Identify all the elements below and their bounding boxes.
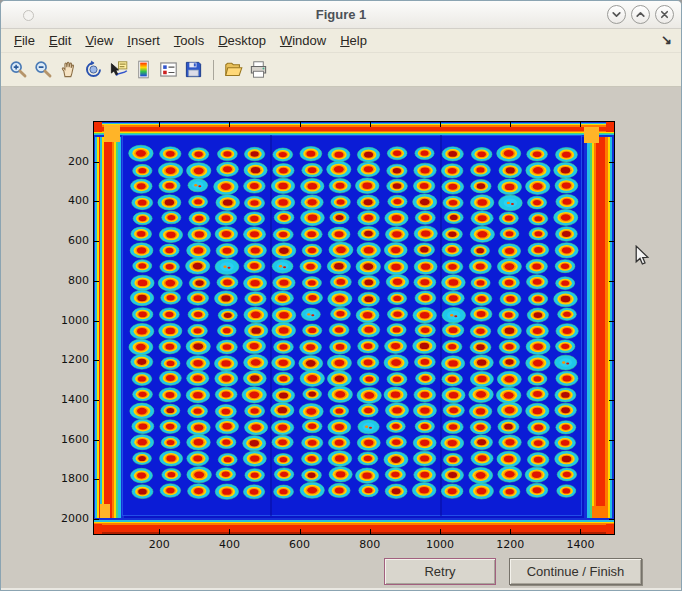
heatmap-image [94, 122, 614, 534]
chevron-up-icon [635, 9, 646, 20]
maximize-button[interactable] [631, 5, 650, 24]
menu-item-file[interactable]: File [7, 31, 42, 50]
x-tick-label: 1200 [486, 538, 534, 551]
titlebar[interactable]: Figure 1 [1, 1, 681, 29]
colorbar-icon[interactable] [132, 58, 155, 81]
retry-button[interactable]: Retry [384, 558, 496, 585]
figure-window: Figure 1 FileEditViewInsertToolsDesktopW… [0, 0, 682, 591]
x-tick-label: 1000 [416, 538, 464, 551]
window-menu-icon[interactable] [23, 10, 34, 21]
continue-finish-button[interactable]: Continue / Finish [509, 558, 642, 585]
window-title: Figure 1 [1, 7, 681, 22]
y-tick-label: 1200 [37, 353, 89, 366]
y-tick-label: 1400 [37, 393, 89, 406]
menubar: FileEditViewInsertToolsDesktopWindowHelp… [1, 29, 681, 52]
plot-axes[interactable] [93, 121, 615, 535]
open-icon[interactable] [222, 58, 245, 81]
menu-item-view[interactable]: View [78, 31, 120, 50]
x-tick-label: 800 [346, 538, 394, 551]
y-tick-label: 600 [37, 234, 89, 247]
toolbar-separator [213, 60, 214, 80]
close-button[interactable] [655, 5, 674, 24]
y-tick-label: 200 [37, 155, 89, 168]
x-tick-label: 200 [135, 538, 183, 551]
x-tick-label: 400 [205, 538, 253, 551]
y-tick-label: 800 [37, 274, 89, 287]
zoom-in-icon[interactable] [7, 58, 30, 81]
y-tick-label: 1800 [37, 472, 89, 485]
x-tick-label: 600 [276, 538, 324, 551]
menu-item-desktop[interactable]: Desktop [211, 31, 273, 50]
close-icon [659, 9, 670, 20]
mouse-cursor-icon [634, 245, 650, 267]
y-tick-label: 400 [37, 194, 89, 207]
window-controls [607, 5, 674, 24]
shade-button[interactable] [607, 5, 626, 24]
figure-canvas-area: Retry Continue / Finish 2004006008001000… [1, 87, 681, 591]
menu-item-edit[interactable]: Edit [42, 31, 78, 50]
toolbar [1, 52, 681, 87]
menu-item-help[interactable]: Help [333, 31, 374, 50]
pan-icon[interactable] [57, 58, 80, 81]
data-cursor-icon[interactable] [107, 58, 130, 81]
y-tick-label: 2000 [37, 512, 89, 525]
chevron-down-icon [611, 9, 622, 20]
y-tick-label: 1000 [37, 314, 89, 327]
zoom-out-icon[interactable] [32, 58, 55, 81]
print-icon[interactable] [247, 58, 270, 81]
y-tick-label: 1600 [37, 433, 89, 446]
menu-item-insert[interactable]: Insert [120, 31, 167, 50]
menu-item-window[interactable]: Window [273, 31, 333, 50]
rotate-3d-icon[interactable] [82, 58, 105, 81]
legend-icon[interactable] [157, 58, 180, 81]
save-icon[interactable] [182, 58, 205, 81]
menu-overflow-arrow-icon[interactable]: ↘ [661, 32, 672, 47]
menu-item-tools[interactable]: Tools [167, 31, 211, 50]
x-tick-label: 1400 [556, 538, 604, 551]
